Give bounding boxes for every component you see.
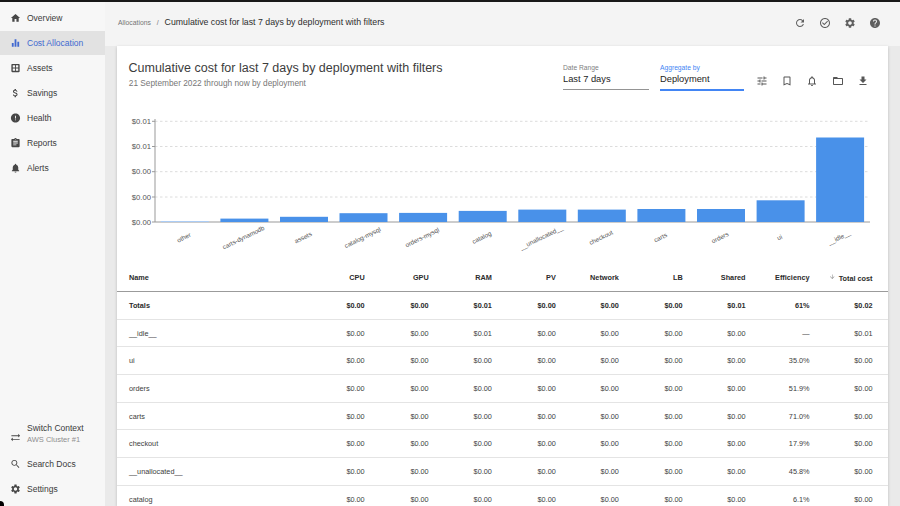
- svg-text:catalog: catalog: [471, 229, 493, 245]
- svg-text:catalog-mysql: catalog-mysql: [343, 225, 382, 249]
- svg-text:$0.00: $0.00: [132, 218, 151, 227]
- svg-text:$0.01: $0.01: [132, 117, 151, 126]
- svg-text:orders: orders: [710, 230, 729, 244]
- svg-text:ui: ui: [776, 233, 784, 241]
- svg-text:$0.01: $0.01: [132, 142, 151, 151]
- svg-text:carts: carts: [653, 231, 669, 243]
- svg-text:assets: assets: [293, 230, 313, 244]
- svg-text:checkout: checkout: [588, 228, 614, 246]
- svg-text:$0.00: $0.00: [132, 167, 151, 176]
- svg-text:__idle__: __idle__: [826, 229, 853, 247]
- svg-text:$0.00: $0.00: [132, 193, 151, 202]
- svg-text:carts-dynamodb: carts-dynamodb: [221, 224, 266, 251]
- svg-text:orders-mysql: orders-mysql: [404, 226, 441, 249]
- svg-text:other: other: [176, 231, 193, 244]
- svg-text:__unallocated__: __unallocated__: [518, 224, 565, 252]
